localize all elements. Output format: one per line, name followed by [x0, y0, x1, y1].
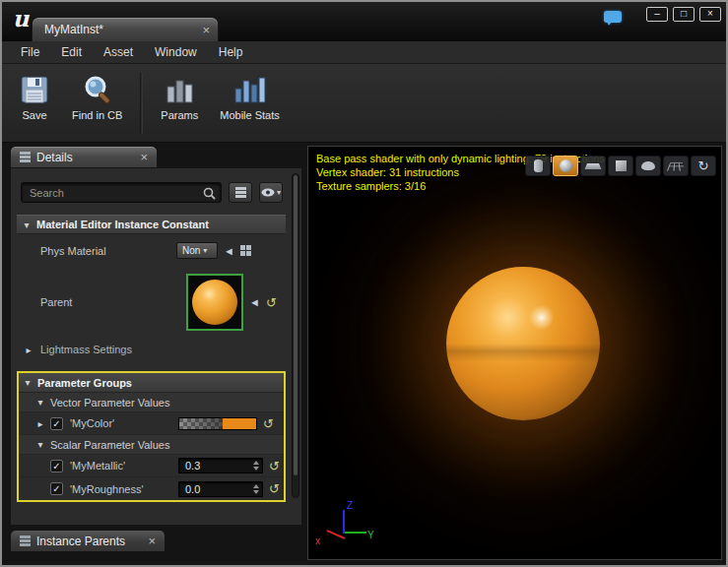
parent-thumbnail-sphere	[192, 280, 237, 325]
save-label: Save	[22, 109, 46, 121]
axis-z-line	[343, 510, 345, 534]
preview-plane-button[interactable]	[580, 156, 606, 176]
category-material-editor-instance-constant[interactable]: ▾ Material Editor Instance Constant	[17, 215, 286, 234]
collapsed-caret-icon[interactable]: ▸	[36, 418, 44, 429]
spinner-arrows-icon[interactable]	[253, 461, 259, 471]
reset-to-default-icon[interactable]: ↺	[266, 296, 277, 309]
mymetallic-row: ✓ 'MyMetallic' ↺	[19, 455, 284, 477]
title-bar[interactable]: u MyMatInst* × – □ ×	[2, 2, 726, 41]
mycolor-checkbox[interactable]: ✓	[50, 417, 63, 430]
menu-file[interactable]: File	[10, 41, 50, 64]
use-selected-asset-icon[interactable]: ◄	[249, 296, 260, 308]
stats-line-texture-samplers: Texture samplers: 3/16	[316, 179, 605, 193]
details-tab-label: Details	[36, 151, 134, 164]
details-panel: Details ×	[10, 146, 302, 526]
preview-cube-button[interactable]	[608, 156, 633, 176]
parent-material-thumbnail[interactable]	[186, 274, 243, 331]
minimize-button[interactable]: –	[646, 7, 668, 22]
mobile-stats-button[interactable]: Mobile Stats	[209, 69, 291, 121]
realtime-icon: ↻	[698, 159, 709, 172]
vector-parameter-values-label: Vector Parameter Values	[50, 397, 169, 409]
axis-x-label: x	[315, 536, 320, 546]
scalar-parameter-values-header[interactable]: ▾ Scalar Parameter Values	[19, 435, 284, 455]
browse-asset-icon[interactable]	[240, 245, 251, 256]
details-body: ▾ ▾ Material Editor Instance Constant Ph…	[10, 167, 302, 526]
tab-details[interactable]: Details ×	[10, 146, 158, 167]
params-bars-icon	[164, 74, 195, 105]
asset-tab-close-icon[interactable]: ×	[202, 24, 210, 36]
mycolor-color-preview	[223, 418, 256, 429]
scrollbar-thumb[interactable]	[294, 175, 298, 475]
instance-parents-list-icon	[20, 536, 31, 546]
phys-material-label: Phys Material	[17, 245, 106, 257]
mycolor-swatch[interactable]	[178, 417, 257, 430]
menu-window[interactable]: Window	[144, 41, 208, 64]
parameter-groups-highlight-box: ▾ Parameter Groups ▾ Vector Parameter Va…	[17, 371, 286, 502]
search-input[interactable]	[22, 183, 221, 202]
grid-toggle-button[interactable]	[663, 156, 689, 176]
realtime-toggle-button[interactable]: ↻	[691, 156, 716, 176]
preview-sphere-button[interactable]	[553, 156, 578, 176]
lightmass-settings-label: Lightmass Settings	[33, 344, 132, 355]
params-label: Params	[161, 109, 198, 121]
preview-mesh-button[interactable]	[635, 156, 661, 176]
reset-to-default-icon[interactable]: ↺	[269, 482, 280, 495]
close-button[interactable]: ×	[699, 7, 721, 22]
plane-icon	[585, 163, 602, 169]
asset-tab[interactable]: MyMatInst* ×	[32, 17, 219, 41]
save-button[interactable]: Save	[8, 69, 61, 121]
find-in-cb-button[interactable]: Find in CB	[61, 69, 133, 121]
search-icon	[203, 187, 216, 200]
mycolor-name: 'MyColor'	[70, 417, 114, 429]
search-box	[21, 182, 222, 203]
category-parameter-groups[interactable]: ▾ Parameter Groups	[19, 373, 284, 393]
details-scrollbar[interactable]	[292, 173, 299, 498]
reset-to-default-icon[interactable]: ↺	[269, 460, 280, 472]
vector-parameter-values-header[interactable]: ▾ Vector Parameter Values	[19, 393, 284, 412]
expanded-caret-icon: ▾	[23, 220, 31, 230]
mycolor-alpha-preview	[179, 418, 223, 429]
axis-y-line	[345, 532, 366, 534]
menu-help[interactable]: Help	[208, 41, 254, 64]
menu-edit[interactable]: Edit	[50, 41, 93, 64]
spinner-arrows-icon[interactable]	[253, 484, 259, 494]
maximize-button[interactable]: □	[673, 7, 695, 22]
expanded-caret-icon: ▾	[36, 439, 44, 450]
category-label: Material Editor Instance Constant	[36, 219, 209, 230]
phys-material-dropdown[interactable]: Non ▾	[176, 242, 218, 259]
preview-sphere	[446, 267, 600, 420]
find-in-cb-label: Find in CB	[72, 109, 122, 121]
myroughness-spinbox	[178, 481, 263, 497]
list-view-icon	[235, 187, 246, 198]
axis-z-label: Z	[347, 500, 353, 511]
menu-bar: File Edit Asset Window Help	[2, 41, 726, 64]
lightmass-settings-row[interactable]: ▸ Lightmass Settings	[17, 338, 286, 361]
mymetallic-input[interactable]	[179, 459, 262, 472]
view-options-button[interactable]: ▾	[259, 182, 283, 203]
myroughness-input[interactable]	[179, 482, 262, 496]
instance-parents-tab-close-icon[interactable]: ×	[148, 535, 156, 547]
params-button[interactable]: Params	[150, 69, 209, 121]
reset-to-default-icon[interactable]: ↺	[263, 417, 274, 430]
menu-asset[interactable]: Asset	[93, 41, 144, 64]
mymetallic-checkbox[interactable]: ✓	[50, 460, 63, 472]
window-controls: – □ ×	[646, 7, 721, 22]
material-instance-editor-window: u MyMatInst* × – □ × File Edit Asset Win…	[0, 0, 728, 567]
tab-instance-parents[interactable]: Instance Parents ×	[10, 530, 165, 551]
details-list-icon	[20, 152, 31, 162]
material-preview-viewport[interactable]: Base pass shader with only dynamic light…	[307, 146, 722, 560]
chevron-down-icon: ▾	[203, 246, 207, 255]
mobile-stats-bars-icon	[232, 74, 268, 105]
myroughness-name: 'MyRoughness'	[70, 483, 144, 495]
use-selected-asset-icon[interactable]: ◄	[224, 245, 234, 257]
expanded-caret-icon: ▾	[36, 397, 44, 408]
details-tab-close-icon[interactable]: ×	[140, 151, 148, 163]
feedback-bubble-icon[interactable]	[604, 11, 622, 23]
list-view-button[interactable]	[229, 182, 252, 203]
chevron-down-icon: ▾	[277, 188, 281, 197]
collapsed-caret-icon[interactable]: ▸	[25, 345, 33, 355]
preview-cylinder-button[interactable]	[525, 156, 551, 176]
viewport-toolbar: ↻	[525, 156, 716, 176]
sphere-icon	[560, 159, 572, 172]
myroughness-checkbox[interactable]: ✓	[50, 482, 63, 495]
